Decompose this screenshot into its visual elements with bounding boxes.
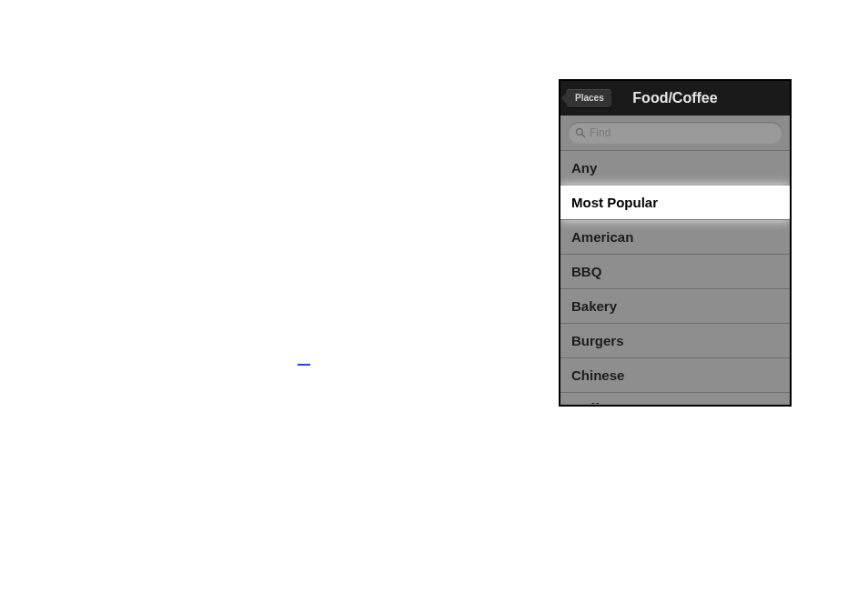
list-item-label: Most Popular bbox=[571, 195, 658, 210]
list-item-bbq[interactable]: BBQ bbox=[560, 255, 790, 289]
navigation-bar: Places Food/Coffee bbox=[560, 81, 790, 116]
list-item-most-popular[interactable]: Most Popular bbox=[560, 186, 790, 220]
search-input[interactable]: Find bbox=[568, 122, 782, 144]
category-list: Any Most Popular American BBQ Bakery Bur… bbox=[560, 151, 790, 404]
list-item-label: BBQ bbox=[571, 264, 601, 279]
list-item-label: Burgers bbox=[571, 333, 624, 348]
list-item-bakery[interactable]: Bakery bbox=[560, 289, 790, 324]
list-item-chinese[interactable]: Chinese bbox=[560, 358, 790, 393]
decorative-dash bbox=[298, 364, 310, 366]
search-bar-container: Find bbox=[560, 116, 790, 151]
list-item-any[interactable]: Any bbox=[560, 151, 790, 186]
list-item-label: Coffee bbox=[571, 400, 614, 404]
list-item-american[interactable]: American bbox=[560, 220, 790, 255]
list-item-label: Chinese bbox=[571, 367, 624, 383]
list-item-label: Bakery bbox=[571, 298, 617, 314]
search-placeholder: Find bbox=[590, 126, 611, 139]
back-button-label: Places bbox=[575, 93, 604, 103]
back-button[interactable]: Places bbox=[566, 89, 611, 107]
phone-screen: Places Food/Coffee Find Any Most Popular… bbox=[559, 79, 792, 407]
list-item-label: Any bbox=[571, 160, 597, 176]
search-icon bbox=[575, 127, 586, 138]
svg-line-1 bbox=[582, 135, 585, 137]
list-item-burgers[interactable]: Burgers bbox=[560, 324, 790, 358]
list-item-coffee[interactable]: Coffee bbox=[560, 393, 790, 404]
list-item-label: American bbox=[571, 229, 633, 245]
